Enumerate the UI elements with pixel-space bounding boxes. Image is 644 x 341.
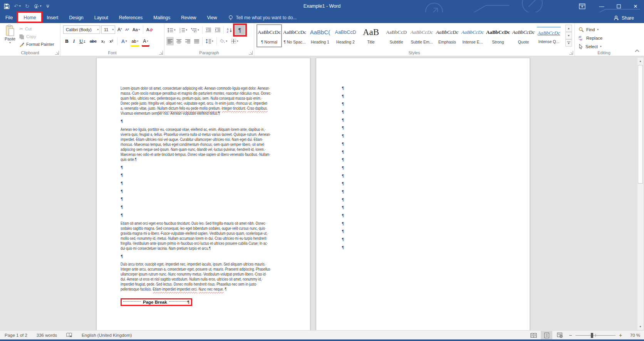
select-dropdown-icon[interactable]: ▾ bbox=[600, 45, 602, 48]
subscript-button[interactable]: x₂ bbox=[100, 37, 106, 45]
scrollbar-thumb[interactable] bbox=[638, 65, 643, 184]
align-right-button[interactable] bbox=[184, 37, 191, 45]
style-intense-e[interactable]: AaBbCcDcIntense E... bbox=[460, 24, 485, 47]
text-highlight-button[interactable]: ab bbox=[131, 37, 140, 45]
shading-button[interactable] bbox=[219, 37, 229, 45]
ribbon-display-options-icon[interactable] bbox=[576, 0, 588, 12]
style-heading-1[interactable]: AaBbC(Heading 1 bbox=[307, 24, 333, 47]
tab-mailings[interactable]: Mailings bbox=[148, 12, 176, 23]
undo-dropdown-icon: ▾ bbox=[19, 5, 21, 8]
superscript-button[interactable]: x² bbox=[108, 37, 114, 45]
customize-qat-icon[interactable] bbox=[46, 4, 50, 8]
spellcheck-squiggle: Nullam·dictum·felis·eu·pede·mollis·preti… bbox=[157, 106, 220, 110]
read-mode-button[interactable] bbox=[528, 331, 539, 339]
touch-mode-dropdown-icon[interactable]: ▾ bbox=[40, 5, 41, 8]
tab-view[interactable]: View bbox=[202, 12, 223, 23]
styles-dialog-launcher-icon[interactable]: ↘ bbox=[569, 51, 573, 55]
tab-insert[interactable]: Insert bbox=[41, 12, 64, 23]
bullets-button[interactable] bbox=[166, 26, 177, 34]
vertical-scrollbar[interactable]: ▲ ▼ bbox=[637, 57, 644, 330]
empty-paragraph-mark: ¶ bbox=[342, 174, 530, 182]
style-strong[interactable]: AaBbCcDcStrong bbox=[485, 24, 511, 47]
find-dropdown-icon[interactable]: ▾ bbox=[597, 28, 599, 31]
style-normal[interactable]: AaBbCcDc¶ Normal bbox=[257, 24, 282, 47]
zoom-slider[interactable] bbox=[575, 331, 615, 339]
style-subtle-em[interactable]: AaBbCcDcSubtle Em... bbox=[409, 24, 434, 47]
line-spacing-button[interactable] bbox=[205, 37, 215, 45]
zoom-in-button[interactable]: + bbox=[617, 332, 624, 338]
maximize-button[interactable] bbox=[610, 0, 627, 12]
scroll-down-icon[interactable]: ▼ bbox=[637, 323, 643, 330]
select-button[interactable]: Select ▾ bbox=[575, 43, 601, 50]
decrease-indent-button[interactable] bbox=[205, 26, 212, 34]
style-heading-2[interactable]: AaBbCcDHeading 2 bbox=[333, 24, 358, 47]
tab-review[interactable]: Review bbox=[176, 12, 201, 23]
document-page-1[interactable]: Lorem·ipsum·dolor·sit·amet,·consectetuer… bbox=[96, 58, 310, 330]
style-no-spac[interactable]: AaBbCcDc¶ No Spac... bbox=[282, 24, 307, 47]
proofing-status[interactable] bbox=[62, 331, 77, 340]
share-button[interactable]: Share bbox=[610, 13, 637, 23]
align-center-button[interactable] bbox=[175, 37, 183, 45]
styles-scroll-up-icon[interactable]: ▲ bbox=[565, 25, 572, 32]
clear-formatting-button[interactable]: A bbox=[145, 25, 154, 34]
find-button[interactable]: Find ▾ bbox=[575, 26, 599, 33]
tab-file[interactable]: File bbox=[0, 12, 18, 23]
strikethrough-button[interactable]: abc bbox=[89, 37, 98, 45]
text-effects-button[interactable]: A bbox=[120, 37, 128, 45]
save-icon[interactable] bbox=[4, 3, 10, 9]
minimize-button[interactable]: — bbox=[593, 0, 610, 12]
word-count[interactable]: 336 words bbox=[32, 331, 62, 340]
touch-mouse-mode-icon[interactable]: ▾ bbox=[34, 3, 41, 9]
proofing-book-icon bbox=[66, 333, 72, 338]
sort-button[interactable]: AZ bbox=[226, 26, 233, 34]
font-color-button[interactable]: A bbox=[142, 37, 149, 45]
zoom-level[interactable]: 70 % bbox=[626, 333, 640, 338]
numbering-button[interactable]: 123 bbox=[178, 26, 189, 34]
grow-font-button[interactable]: A bbox=[116, 25, 123, 34]
language-indicator[interactable]: English (United Kingdom) bbox=[77, 331, 136, 340]
italic-button[interactable]: I bbox=[72, 37, 76, 45]
align-left-button[interactable] bbox=[166, 37, 174, 45]
replace-button[interactable]: abac Replace bbox=[575, 34, 602, 42]
font-size-combobox[interactable]: 11 bbox=[101, 25, 115, 34]
scroll-up-icon[interactable]: ▲ bbox=[637, 58, 643, 64]
paste-dropdown-icon[interactable]: ▾ bbox=[9, 41, 11, 44]
tab-design[interactable]: Design bbox=[64, 12, 89, 23]
bold-button[interactable]: B bbox=[64, 37, 70, 45]
style-title[interactable]: AaBTitle bbox=[358, 24, 384, 47]
style-intense-q[interactable]: AaBbCcDcIntense Q... bbox=[536, 24, 562, 47]
paste-button[interactable]: Paste ▾ bbox=[2, 25, 18, 48]
page-indicator[interactable]: Page 1 of 2 bbox=[0, 331, 32, 340]
zoom-out-button[interactable]: − bbox=[567, 332, 574, 338]
font-dialog-launcher-icon[interactable]: ↘ bbox=[159, 51, 163, 55]
clipboard-dialog-launcher-icon[interactable]: ↘ bbox=[55, 51, 59, 55]
change-case-button[interactable]: Aa bbox=[131, 25, 141, 34]
multilevel-list-button[interactable] bbox=[190, 26, 200, 34]
tab-layout[interactable]: Layout bbox=[89, 12, 114, 23]
borders-button[interactable] bbox=[230, 37, 240, 45]
style-subtitle[interactable]: AaBbCcDSubtitle bbox=[384, 24, 409, 47]
print-layout-button[interactable] bbox=[541, 331, 552, 339]
styles-more-icon[interactable]: ▼ bbox=[565, 39, 572, 47]
zoom-slider-thumb[interactable] bbox=[591, 333, 593, 338]
tab-home[interactable]: Home bbox=[18, 12, 41, 23]
shrink-font-button[interactable]: A bbox=[124, 25, 131, 34]
format-painter-button[interactable]: Format Painter bbox=[19, 40, 54, 48]
font-family-combobox[interactable]: Calibri (Body) bbox=[63, 25, 100, 34]
underline-button[interactable]: U bbox=[78, 37, 86, 45]
document-page-2[interactable]: ¶¶¶¶¶¶¶¶¶¶¶¶¶¶¶¶¶¶¶¶¶ bbox=[316, 58, 530, 330]
collapse-ribbon-icon[interactable] bbox=[635, 47, 639, 54]
increase-indent-button[interactable] bbox=[214, 26, 221, 34]
justify-button[interactable] bbox=[193, 37, 200, 45]
tell-me-box[interactable]: Tell me what you want to do... bbox=[228, 12, 297, 23]
show-hide-formatting-button[interactable]: ¶ bbox=[235, 25, 245, 35]
style-quote[interactable]: AaBbCcDcQuote bbox=[511, 24, 536, 47]
replace-label: Replace bbox=[586, 36, 602, 40]
web-layout-button[interactable] bbox=[554, 331, 565, 339]
styles-scroll-down-icon[interactable]: ▼ bbox=[565, 32, 572, 39]
tab-references[interactable]: References bbox=[114, 12, 148, 23]
paragraph-dialog-launcher-icon[interactable]: ↘ bbox=[249, 51, 253, 55]
style-emphasis[interactable]: AaBbCcDcEmphasis bbox=[434, 24, 460, 47]
quick-access-toolbar: ↶▾ ↻ ▾ bbox=[4, 0, 50, 12]
close-button[interactable]: ✕ bbox=[627, 0, 644, 12]
